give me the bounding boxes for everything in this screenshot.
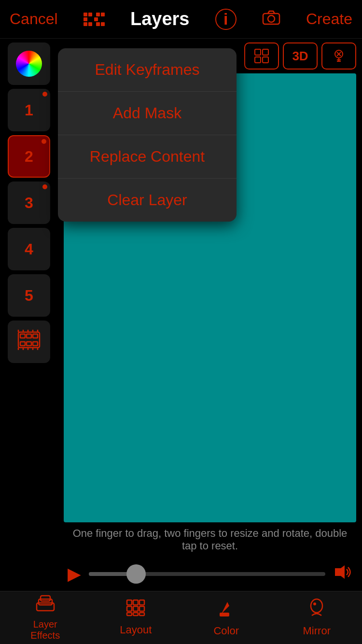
light-button[interactable] bbox=[321, 42, 356, 70]
tab-layer-effects[interactable]: LayerEffects bbox=[16, 594, 74, 641]
svg-rect-6 bbox=[20, 342, 25, 346]
svg-point-44 bbox=[313, 602, 316, 605]
tab-layout-icon bbox=[126, 599, 145, 621]
svg-rect-7 bbox=[27, 342, 31, 346]
add-mask-button[interactable]: Add Mask bbox=[58, 92, 237, 135]
info-icon[interactable]: i bbox=[215, 9, 237, 30]
svg-rect-34 bbox=[133, 600, 138, 605]
svg-rect-39 bbox=[127, 613, 132, 616]
tab-mirror[interactable]: Mirror bbox=[288, 598, 346, 637]
layer-num-3: 3 bbox=[25, 194, 33, 212]
layer-num-5: 5 bbox=[25, 287, 33, 305]
slider-thumb[interactable] bbox=[126, 564, 146, 584]
tab-color-icon bbox=[218, 598, 235, 622]
layer-thumb-3[interactable]: 3 bbox=[8, 182, 50, 224]
svg-point-43 bbox=[311, 599, 322, 613]
tab-layout[interactable]: Layout bbox=[107, 599, 165, 636]
layer-num-4: 4 bbox=[25, 240, 33, 258]
layer-thumb-4[interactable]: 4 bbox=[8, 228, 50, 270]
volume-icon[interactable] bbox=[333, 563, 352, 585]
layer-dot-3 bbox=[42, 184, 47, 189]
qr-icon[interactable] bbox=[84, 13, 105, 26]
layer-thumb-1[interactable]: 1 bbox=[8, 89, 50, 131]
svg-rect-20 bbox=[263, 49, 268, 55]
layers-sidebar: 1 2 3 4 5 bbox=[0, 39, 58, 591]
canvas-hint: One finger to drag, two fingers to resiz… bbox=[58, 522, 362, 557]
svg-rect-3 bbox=[20, 334, 25, 338]
layer-color-wheel[interactable] bbox=[8, 42, 50, 85]
svg-point-1 bbox=[268, 15, 275, 22]
svg-rect-21 bbox=[255, 57, 261, 63]
layer-filmstrip[interactable] bbox=[8, 321, 50, 363]
app-header: Cancel Layers i bbox=[0, 0, 362, 39]
3d-button[interactable]: 3D bbox=[283, 42, 318, 70]
timeline-slider[interactable] bbox=[89, 572, 325, 576]
filmstrip-icon bbox=[16, 327, 42, 357]
svg-marker-29 bbox=[335, 565, 345, 579]
create-button[interactable]: Create bbox=[306, 10, 352, 28]
layer-dot-2 bbox=[42, 139, 46, 144]
cancel-button[interactable]: Cancel bbox=[10, 10, 58, 28]
layer-thumb-2[interactable]: 2 bbox=[8, 135, 50, 178]
svg-rect-36 bbox=[127, 606, 132, 611]
svg-rect-40 bbox=[133, 613, 138, 616]
svg-rect-41 bbox=[139, 613, 144, 616]
svg-rect-32 bbox=[41, 596, 50, 601]
tab-layer-effects-icon bbox=[36, 594, 55, 616]
tab-mirror-icon bbox=[307, 598, 326, 622]
svg-rect-38 bbox=[139, 606, 144, 611]
svg-rect-8 bbox=[33, 342, 38, 346]
svg-rect-35 bbox=[139, 600, 144, 605]
tab-layout-label: Layout bbox=[120, 624, 152, 636]
svg-rect-42 bbox=[220, 613, 229, 616]
tab-bar: LayerEffects Layout Color bbox=[0, 591, 362, 644]
svg-rect-22 bbox=[263, 57, 268, 63]
page-title: Layers bbox=[130, 9, 190, 29]
replace-content-button[interactable]: Replace Content bbox=[58, 135, 237, 179]
svg-rect-4 bbox=[27, 334, 31, 338]
color-wheel-icon bbox=[16, 51, 42, 77]
edit-keyframes-button[interactable]: Edit Keyframes bbox=[58, 48, 237, 92]
layer-dot-1 bbox=[42, 92, 47, 97]
clear-layer-button[interactable]: Clear Layer bbox=[58, 179, 237, 222]
tab-mirror-label: Mirror bbox=[303, 625, 331, 637]
play-button[interactable]: ▶ bbox=[68, 564, 81, 584]
svg-rect-5 bbox=[33, 334, 38, 338]
svg-rect-33 bbox=[127, 600, 132, 605]
context-menu: Edit Keyframes Add Mask Replace Content … bbox=[58, 48, 237, 222]
layer-num-1: 1 bbox=[25, 101, 33, 119]
tab-color[interactable]: Color bbox=[197, 598, 255, 637]
svg-rect-19 bbox=[255, 49, 261, 55]
layer-thumb-5[interactable]: 5 bbox=[8, 274, 50, 317]
layers-grid-button[interactable] bbox=[244, 42, 279, 70]
layer-num-2: 2 bbox=[25, 148, 33, 166]
tab-color-label: Color bbox=[213, 625, 239, 637]
svg-rect-37 bbox=[133, 606, 138, 611]
tab-layer-effects-label: LayerEffects bbox=[30, 619, 60, 641]
camera-icon[interactable] bbox=[262, 10, 280, 29]
playback-controls: ▶ bbox=[58, 557, 362, 591]
